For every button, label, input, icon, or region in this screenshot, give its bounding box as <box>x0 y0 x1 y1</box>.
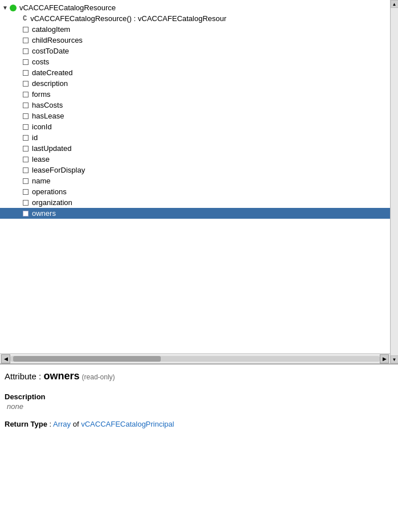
scroll-right-arrow[interactable]: ▶ <box>380 354 389 363</box>
item-label: lease <box>32 155 50 163</box>
vertical-scrollbar[interactable]: ▲ ▼ <box>390 0 398 363</box>
item-icon <box>23 113 29 119</box>
item-label: lastUpdated <box>32 144 71 153</box>
item-label: organization <box>32 198 72 207</box>
return-type-keyword: Return Type <box>5 420 47 428</box>
scroll-track[interactable] <box>391 8 398 355</box>
list-item[interactable]: hasLease <box>0 111 390 121</box>
constructor-text: vCACCAFECatalogResource() : vCACCAFECata… <box>30 14 226 23</box>
list-item[interactable]: childResources <box>0 35 390 46</box>
item-icon <box>23 81 29 87</box>
return-type-array[interactable]: Array <box>53 420 71 428</box>
item-icon <box>23 178 29 184</box>
scroll-track-h[interactable] <box>10 356 380 362</box>
list-item-selected[interactable]: owners <box>0 208 390 219</box>
constructor-row: C vCACCAFECatalogResource() : vCACCAFECa… <box>0 13 390 24</box>
item-label: hasLease <box>32 112 64 120</box>
item-label: hasCosts <box>32 101 63 109</box>
item-icon <box>23 38 29 43</box>
return-type-of: of <box>73 420 81 428</box>
item-label: name <box>32 177 51 185</box>
list-item[interactable]: costToDate <box>0 46 390 56</box>
item-icon <box>23 135 29 141</box>
item-icon <box>23 157 29 162</box>
list-item[interactable]: organization <box>0 197 390 208</box>
attribute-keyword: Attribute <box>5 371 36 381</box>
item-label: costToDate <box>32 47 69 55</box>
item-icon <box>23 200 29 206</box>
item-label: owners <box>32 209 56 218</box>
tree-panel: ▼ vCACCAFECatalogResource C vCACCAFECata… <box>0 0 398 365</box>
list-item[interactable]: forms <box>0 89 390 100</box>
scroll-up-arrow[interactable]: ▲ <box>391 0 399 8</box>
item-icon <box>23 103 29 108</box>
root-label: vCACCAFECatalogResource <box>19 3 116 12</box>
description-value: none <box>5 402 393 411</box>
item-label: catalogItem <box>32 25 70 34</box>
item-label: costs <box>32 58 49 66</box>
list-item[interactable]: leaseForDisplay <box>0 165 390 175</box>
list-item[interactable]: id <box>0 132 390 143</box>
attribute-name: owners <box>43 370 79 382</box>
item-icon <box>23 167 29 173</box>
list-item[interactable]: dateCreated <box>0 67 390 78</box>
list-item[interactable]: lastUpdated <box>0 143 390 154</box>
item-icon <box>23 124 29 130</box>
item-icon <box>23 59 29 65</box>
item-icon <box>23 48 29 54</box>
horizontal-scrollbar[interactable]: ◀ ▶ <box>0 353 390 363</box>
item-label: leaseForDisplay <box>32 166 85 174</box>
list-item[interactable]: operations <box>0 186 390 197</box>
item-label: iconId <box>32 122 52 131</box>
item-icon <box>23 27 29 32</box>
list-item[interactable]: description <box>0 78 390 89</box>
list-item[interactable]: catalogItem <box>0 24 390 35</box>
list-item[interactable]: name <box>0 175 390 186</box>
tree-root-row[interactable]: ▼ vCACCAFECatalogResource <box>0 2 390 13</box>
scroll-down-arrow[interactable]: ▼ <box>391 355 399 363</box>
item-label: dateCreated <box>32 68 73 77</box>
item-label: childResources <box>32 36 83 44</box>
attribute-line: Attribute : owners (read-only) <box>5 370 393 382</box>
item-label: description <box>32 79 68 88</box>
item-label: id <box>32 133 38 142</box>
green-dot-icon <box>10 5 17 11</box>
constructor-badge: C <box>23 15 27 23</box>
item-icon <box>23 92 29 97</box>
return-type-line: Return Type : Array of vCACCAFECatalogPr… <box>5 420 393 428</box>
item-label: forms <box>32 90 51 99</box>
return-type-link[interactable]: vCACCAFECatalogPrincipal <box>81 420 174 428</box>
item-icon <box>23 211 29 216</box>
item-icon <box>23 70 29 76</box>
list-item[interactable]: hasCosts <box>0 100 390 111</box>
attribute-readonly: (read-only) <box>82 373 115 381</box>
item-icon <box>23 146 29 152</box>
list-item[interactable]: lease <box>0 154 390 165</box>
item-label: operations <box>32 187 67 196</box>
description-section: Description none <box>5 392 393 411</box>
tree-toggle-icon[interactable]: ▼ <box>2 5 8 11</box>
detail-panel: Attribute : owners (read-only) Descripti… <box>0 365 398 434</box>
list-item[interactable]: costs <box>0 56 390 67</box>
item-icon <box>23 189 29 195</box>
scroll-left-arrow[interactable]: ◀ <box>1 354 10 363</box>
description-label: Description <box>5 392 393 401</box>
scroll-thumb-h <box>13 356 161 362</box>
list-item[interactable]: iconId <box>0 121 390 132</box>
